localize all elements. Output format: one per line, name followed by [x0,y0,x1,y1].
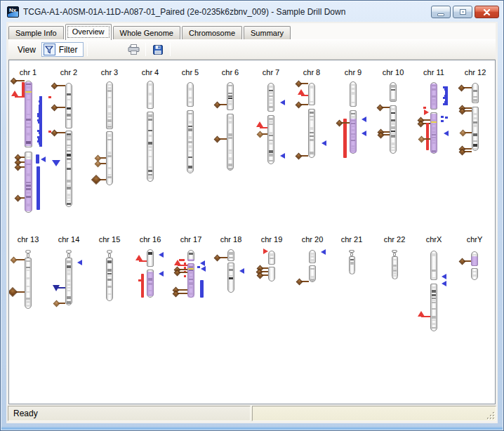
chromosome-band [148,283,152,285]
chromosome-chr18[interactable] [227,263,234,293]
marker [15,96,25,98]
chromosome-chr7[interactable] [267,83,274,112]
chromosome-chr19[interactable] [268,267,275,281]
chromosome-band [67,187,71,190]
chromosome-chr12[interactable] [472,107,479,151]
annotation-diamond [295,152,302,159]
gain-bar [200,280,204,298]
chromosome-band [107,119,112,122]
chromosome-chr8[interactable] [308,83,315,105]
chromosome-band [67,265,71,268]
annotation-diamond [336,119,343,126]
tab-overview[interactable]: Overview [65,24,112,40]
chromosome-band [26,173,31,176]
chromosome-band [26,93,31,95]
status-bar: Ready [8,406,496,421]
chromosome-chrY[interactable] [471,251,478,266]
filter-button[interactable]: Filter [41,42,84,57]
chromosome-label: chr 6 [213,68,248,77]
filter-funnel-icon [44,44,55,55]
chromosome-chr14[interactable] [65,258,72,305]
chromosome-chrX[interactable] [430,284,437,331]
chromosome-band [67,296,71,299]
chromosome-chr8[interactable] [308,109,315,158]
chromosome-chr20[interactable] [309,250,316,263]
chromosome-chr2[interactable] [65,131,72,207]
close-button[interactable] [475,6,499,18]
chromosome-band [269,86,273,88]
chromosome-chr15[interactable] [106,258,113,301]
chromosome-chr16[interactable] [147,270,154,298]
chromosome-chr5[interactable] [187,82,194,107]
loss-triangle [298,89,305,95]
tab-chromosome[interactable]: Chromosome [182,26,242,39]
toolbar-separator [170,43,171,56]
chromosome-band [67,99,71,100]
chromosome-chr3[interactable] [106,131,113,185]
chromosome-band [432,131,436,133]
titlebar[interactable]: Nx TCGA-A1-A0SM-01A-11D-A087-01_Paired (… [1,1,503,22]
chromosome-chr10[interactable] [390,82,397,102]
loss-bar [141,274,144,298]
chromosome-band [188,128,192,131]
print-button[interactable] [125,42,142,58]
chromosome-chr21[interactable] [349,256,355,274]
chromosome-band [188,157,192,158]
chromosome-chr13[interactable] [25,258,32,309]
chromosome-band [269,106,273,108]
chromosome-chr22[interactable] [392,256,398,279]
chromosome-band [107,116,112,118]
chromosome-chr10[interactable] [390,105,397,154]
annotation-diamond [51,82,58,89]
chromosome-band [310,101,314,102]
chromosome-chr6[interactable] [227,82,234,110]
resize-grip[interactable] [486,411,496,420]
gain-dash [441,116,444,118]
chromosome-chr9[interactable] [350,81,357,107]
chromosome-chrX[interactable] [430,251,437,280]
chromosome-chr17[interactable] [187,250,194,261]
save-button[interactable] [150,42,166,58]
chromosome-band [67,150,71,152]
maximize-button[interactable] [453,6,472,18]
chromosome-chr1[interactable] [25,152,32,213]
chromosome-chr3[interactable] [106,81,113,129]
chromosome-label: chr 22 [377,235,412,244]
chromosome-chr6[interactable] [227,114,234,171]
chromosome-band [432,327,436,329]
chromosome-band [351,133,355,135]
highlight-band [25,91,32,93]
chromosome-chr18[interactable] [227,249,234,261]
chromosome-chr12[interactable] [472,83,479,103]
tab-sample-info[interactable]: Sample Info [8,26,64,39]
chromosome-band [148,290,152,291]
chromosome-band [393,272,397,274]
chromosome-chr16[interactable] [147,249,154,267]
minimize-button[interactable] [431,6,451,18]
chromosome-chr5[interactable] [187,110,194,173]
tab-summary[interactable]: Summary [244,26,291,39]
gain-triangle [159,271,164,277]
chromosome-band [26,84,31,85]
chromosome-band [67,185,71,186]
gain-triangle [442,274,446,279]
view-button[interactable]: View [13,43,41,57]
chromosome-chr7[interactable] [267,115,274,164]
chromosome-chr4[interactable] [147,112,154,182]
chromosome-chr2[interactable] [65,83,72,128]
chromosome-band [107,176,112,178]
chromosome-band [269,121,273,123]
chromosome-chr9[interactable] [350,110,357,154]
chromosome-band [67,284,71,286]
tab-whole-genome[interactable]: Whole Genome [113,26,180,39]
chromosome-chr11[interactable] [430,112,437,154]
chromosome-band [228,95,232,97]
chromosome-band [26,164,31,165]
chromosome-chr11[interactable] [430,82,437,110]
chromosome-chrY[interactable] [471,268,478,280]
chromosome-band [351,129,355,131]
chromosome-band [432,290,436,293]
chromosome-chr20[interactable] [309,265,316,282]
chromosome-chr4[interactable] [147,81,154,109]
chromosome-chr19[interactable] [268,251,275,265]
